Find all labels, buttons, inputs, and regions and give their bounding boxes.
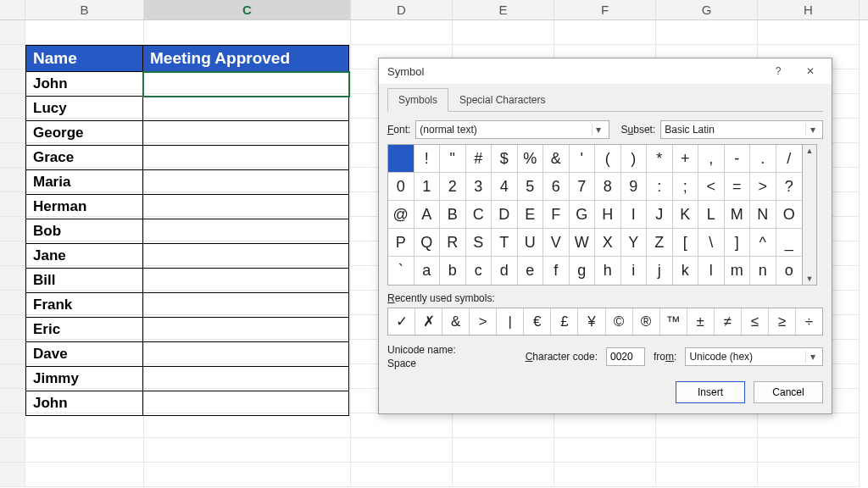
cell-approved[interactable]	[143, 244, 349, 269]
symbol-cell[interactable]: 7	[570, 173, 596, 201]
symbol-cell[interactable]: `	[388, 257, 415, 285]
symbol-cell[interactable]: $	[492, 145, 518, 173]
recent-symbol-cell[interactable]: &	[442, 308, 470, 335]
symbol-cell[interactable]: Y	[621, 229, 648, 257]
symbol-cell[interactable]: P	[388, 229, 415, 257]
column-header[interactable]: E	[453, 0, 554, 19]
symbol-cell[interactable]: V	[543, 229, 570, 257]
cancel-button[interactable]: Cancel	[754, 381, 823, 403]
scroll-up-icon[interactable]: ▲	[806, 145, 814, 157]
cell-name[interactable]: Jane	[26, 244, 143, 269]
recent-symbol-cell[interactable]: ™	[660, 308, 687, 335]
symbol-cell[interactable]: W	[570, 229, 596, 257]
table-row[interactable]: Jimmy	[26, 367, 349, 391]
symbol-cell[interactable]: U	[518, 229, 544, 257]
cell-approved[interactable]	[143, 391, 349, 416]
symbol-cell[interactable]: )	[621, 145, 648, 173]
cell-name[interactable]: Eric	[26, 318, 143, 342]
tab-symbols[interactable]: Symbols	[387, 88, 448, 112]
symbol-cell[interactable]: R	[440, 229, 466, 257]
cell-name[interactable]: Lucy	[26, 97, 143, 121]
symbol-cell[interactable]: >	[750, 173, 776, 201]
symbol-cell[interactable]: X	[595, 229, 621, 257]
symbol-cell[interactable]: 2	[440, 173, 466, 201]
symbol-cell[interactable]: A	[415, 201, 441, 229]
symbol-cell[interactable]: l	[698, 257, 725, 285]
cell-name[interactable]: Herman	[26, 195, 143, 219]
recent-symbols-grid[interactable]: ✓✗&>|€£¥©®™±≠≤≥÷	[387, 308, 823, 336]
symbol-cell[interactable]: J	[647, 201, 673, 229]
scroll-down-icon[interactable]: ▼	[806, 273, 814, 285]
cell-approved[interactable]	[143, 293, 349, 318]
symbol-cell[interactable]: 0	[388, 173, 415, 201]
symbol-cell[interactable]: C	[466, 201, 492, 229]
help-button[interactable]: ?	[762, 61, 794, 81]
column-header[interactable]: C	[144, 0, 351, 19]
symbol-cell[interactable]: h	[595, 257, 621, 285]
cell-approved[interactable]	[143, 121, 349, 146]
symbol-cell[interactable]: ,	[698, 145, 725, 173]
table-row[interactable]: Frank	[26, 293, 349, 318]
recent-symbol-cell[interactable]: £	[551, 308, 578, 335]
symbol-cell[interactable]: 4	[492, 173, 518, 201]
symbol-cell[interactable]: -	[725, 145, 751, 173]
character-code-input[interactable]	[606, 347, 645, 366]
symbol-cell[interactable]: B	[440, 201, 466, 229]
cell-name[interactable]: Bill	[26, 269, 143, 293]
table-row[interactable]: John	[26, 72, 349, 97]
table-row[interactable]: Bill	[26, 269, 349, 293]
recent-symbol-cell[interactable]: €	[524, 308, 551, 335]
symbol-cell[interactable]: L	[698, 201, 725, 229]
symbol-cell[interactable]: '	[570, 145, 596, 173]
recent-symbol-cell[interactable]: ≠	[715, 308, 742, 335]
symbol-cell[interactable]: !	[415, 145, 441, 173]
table-row[interactable]: Dave	[26, 342, 349, 367]
symbol-cell[interactable]: _	[776, 229, 803, 257]
column-header[interactable]: B	[25, 0, 144, 19]
dialog-titlebar[interactable]: Symbol ? ✕	[379, 58, 832, 84]
cell-approved[interactable]	[143, 195, 349, 219]
symbol-cell[interactable]: g	[570, 257, 596, 285]
recent-symbol-cell[interactable]: >	[470, 308, 497, 335]
cell-approved[interactable]	[143, 97, 349, 121]
symbol-cell[interactable]: 8	[595, 173, 621, 201]
symbol-cell[interactable]: (	[595, 145, 621, 173]
symbol-cell[interactable]: T	[492, 229, 518, 257]
symbol-cell[interactable]: c	[466, 257, 492, 285]
symbol-cell[interactable]: K	[673, 201, 699, 229]
symbol-cell[interactable]: d	[492, 257, 518, 285]
recent-symbol-cell[interactable]: ®	[633, 308, 660, 335]
table-row[interactable]: Maria	[26, 170, 349, 195]
column-header[interactable]: G	[656, 0, 758, 19]
from-combo[interactable]: Unicode (hex) ▾	[685, 347, 823, 366]
cell-name[interactable]: John	[26, 391, 143, 416]
column-header[interactable]: F	[554, 0, 656, 19]
table-row[interactable]: Lucy	[26, 97, 349, 121]
cell-name[interactable]: Maria	[26, 170, 143, 195]
insert-button[interactable]: Insert	[676, 381, 745, 403]
symbol-cell[interactable]: G	[570, 201, 596, 229]
symbol-cell[interactable]: ^	[750, 229, 776, 257]
symbol-cell[interactable]: F	[543, 201, 570, 229]
symbol-cell[interactable]: n	[750, 257, 776, 285]
cell-approved[interactable]	[143, 342, 349, 367]
symbol-cell[interactable]: b	[440, 257, 466, 285]
subset-combo[interactable]: Basic Latin ▾	[660, 120, 823, 139]
symbol-cell[interactable]	[388, 145, 415, 173]
recent-symbol-cell[interactable]: ÷	[796, 308, 822, 335]
symbol-cell[interactable]: 9	[621, 173, 648, 201]
symbol-cell[interactable]: I	[621, 201, 648, 229]
symbol-cell[interactable]: N	[750, 201, 776, 229]
symbol-cell[interactable]: 5	[518, 173, 544, 201]
table-row[interactable]: Jane	[26, 244, 349, 269]
symbol-cell[interactable]: <	[698, 173, 725, 201]
cell-approved[interactable]	[143, 367, 349, 391]
symbol-cell[interactable]: m	[725, 257, 751, 285]
symbol-cell[interactable]: [	[673, 229, 699, 257]
symbol-cell[interactable]: 1	[415, 173, 441, 201]
recent-symbol-cell[interactable]: ¥	[578, 308, 605, 335]
recent-symbol-cell[interactable]: ≤	[742, 308, 769, 335]
table-row[interactable]: Grace	[26, 146, 349, 170]
table-row[interactable]: John	[26, 391, 349, 416]
symbol-cell[interactable]: +	[673, 145, 699, 173]
